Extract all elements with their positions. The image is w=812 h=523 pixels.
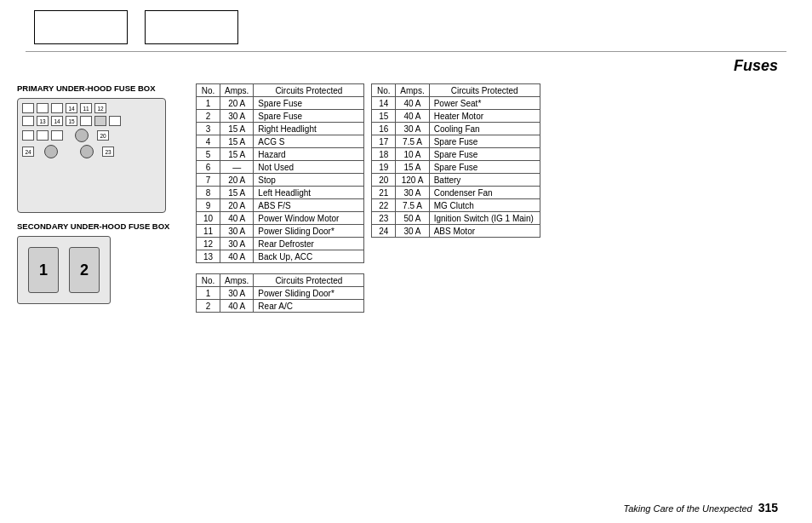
table-row: 2350 AIgnition Switch (IG 1 Main)	[372, 212, 540, 225]
left-tables: No. Amps. Circuits Protected 120 ASpare …	[196, 83, 364, 313]
right-tables: No. Amps. Circuits Protected 1440 APower…	[371, 83, 540, 313]
col-circuits-1: Circuits Protected	[254, 84, 364, 97]
secondary-fuse-box-diagram: 1 2	[17, 236, 111, 304]
table-row: 415 AACG S	[197, 135, 364, 148]
fc-14	[37, 130, 49, 141]
fc-9: 14	[51, 116, 63, 126]
table-row: 315 ARight Headlight	[197, 123, 364, 135]
fc-10: 15	[66, 116, 77, 126]
fc-13	[22, 130, 34, 141]
relay-3	[80, 145, 94, 158]
fc-11	[80, 116, 92, 126]
fc-7	[22, 116, 34, 126]
fb-row-2: 13 14 15	[22, 116, 161, 126]
table-row: 230 ASpare Fuse	[197, 110, 364, 123]
table-row: 815 ALeft Headlight	[197, 187, 364, 199]
table-row: 1540 AHeater Motor	[372, 110, 540, 123]
table-row: 177.5 ASpare Fuse	[372, 135, 540, 148]
table-row: 1630 ACooling Fan	[372, 123, 540, 135]
main-content: PRIMARY UNDER-HOOD FUSE BOX 14 11 12	[0, 80, 812, 316]
col-amps-2: Amps.	[396, 84, 429, 97]
title-text: Fuses	[734, 57, 778, 74]
sec-fuse-2: 2	[69, 247, 100, 293]
table-row: 6—Not Used	[197, 161, 364, 174]
page-container: Fuses PRIMARY UNDER-HOOD FUSE BOX 14 11 …	[0, 0, 812, 523]
top-box-1	[34, 10, 128, 44]
page-title: Fuses	[0, 52, 812, 80]
table-row: 920 AABS F/S	[197, 199, 364, 212]
table-row: 1440 APower Seat*	[372, 97, 540, 110]
fb-row-4: 24 23	[22, 145, 161, 158]
sec-fuse-1: 1	[28, 247, 59, 293]
fc-8: 13	[37, 116, 49, 126]
table-row: 1340 ABack Up, ACC	[197, 250, 364, 263]
footer-page: 315	[755, 501, 778, 514]
table-row: 1130 APower Sliding Door*	[197, 225, 364, 238]
fb-inner: 14 11 12 13 14 15	[18, 99, 165, 163]
fc-3	[51, 103, 63, 113]
primary-table-2: No. Amps. Circuits Protected 1440 APower…	[371, 83, 540, 238]
fb-row-1: 14 11 12	[22, 103, 161, 113]
fc-2	[37, 103, 49, 113]
primary-label: PRIMARY UNDER-HOOD FUSE BOX	[17, 83, 187, 93]
col-no-2: No.	[372, 84, 396, 97]
sec-col-amps: Amps.	[220, 274, 254, 287]
table-row: 515 AHazard	[197, 148, 364, 161]
table-row: 1810 ASpare Fuse	[372, 148, 540, 161]
table-row: 227.5 AMG Clutch	[372, 199, 540, 212]
sec-col-circuits: Circuits Protected	[254, 274, 364, 287]
secondary-table: No. Amps. Circuits Protected 130 APower …	[196, 273, 364, 313]
fc-5: 11	[80, 103, 92, 113]
table-row: 2130 ACondenser Fan	[372, 187, 540, 199]
table-row: 130 APower Sliding Door*	[197, 287, 364, 300]
fc-relay1	[94, 116, 106, 126]
table-row: 720 AStop	[197, 174, 364, 187]
col-circuits-2: Circuits Protected	[429, 84, 540, 97]
fc-15	[51, 130, 63, 141]
col-amps-1: Amps.	[220, 84, 254, 97]
fc-18: 23	[102, 147, 114, 157]
table-row: 1040 APower Window Motor	[197, 212, 364, 225]
table-row: 20120 ABattery	[372, 174, 540, 187]
secondary-label: SECONDARY UNDER-HOOD FUSE BOX	[17, 221, 187, 231]
table-row: 240 ARear A/C	[197, 300, 364, 313]
table-row: 2430 AABS Motor	[372, 225, 540, 238]
fc-6: 12	[94, 103, 106, 113]
relay-1	[75, 129, 89, 142]
primary-table-1: No. Amps. Circuits Protected 120 ASpare …	[196, 83, 364, 263]
footer: Taking Care of the Unexpected 315	[623, 501, 778, 514]
relay-2	[44, 145, 58, 158]
fc-17: 24	[22, 147, 34, 157]
tables-section: No. Amps. Circuits Protected 120 ASpare …	[196, 83, 795, 313]
fc-16: 20	[97, 130, 109, 141]
table-row: 1915 ASpare Fuse	[372, 161, 540, 174]
fc-4: 14	[66, 103, 77, 113]
left-section: PRIMARY UNDER-HOOD FUSE BOX 14 11 12	[17, 83, 187, 313]
sec-col-no: No.	[197, 274, 220, 287]
table-row: 120 ASpare Fuse	[197, 97, 364, 110]
top-boxes	[0, 0, 812, 51]
table-row: 1230 ARear Defroster	[197, 238, 364, 250]
top-box-2	[145, 10, 238, 44]
footer-text: Taking Care of the Unexpected	[623, 503, 752, 514]
fc-12	[109, 116, 121, 126]
col-no-1: No.	[197, 84, 220, 97]
primary-fuse-box-diagram: 14 11 12 13 14 15	[17, 98, 166, 213]
fc-1	[22, 103, 34, 113]
fb-row-3: 20	[22, 129, 161, 142]
